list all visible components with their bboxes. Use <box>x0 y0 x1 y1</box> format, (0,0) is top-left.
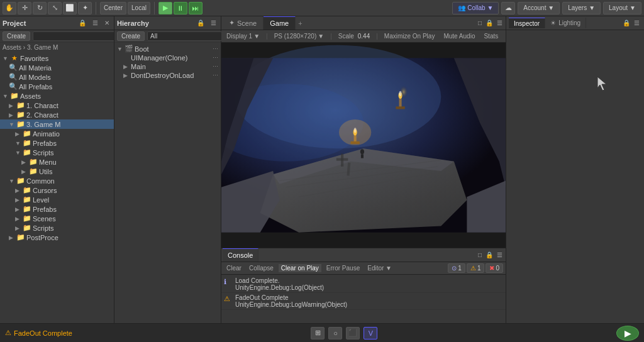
assets-section[interactable]: ▼ 📁 Assets <box>0 91 114 101</box>
layers-btn[interactable]: Layers ▼ <box>562 2 601 14</box>
uimanager-options-icon[interactable]: ⋯ <box>213 55 218 61</box>
console-editor-btn[interactable]: Editor ▼ <box>365 264 394 272</box>
status-play-btn[interactable]: ▶ <box>616 326 639 341</box>
windows-btn[interactable]: ⊞ <box>311 327 325 339</box>
asset-common[interactable]: ▼ 📁 Common <box>0 176 114 185</box>
resolution-selector[interactable]: PS (1280×720) ▼ <box>272 30 326 42</box>
project-panel-lock-btn[interactable]: 🔒 <box>77 19 88 27</box>
display-selector[interactable]: Display 1 ▼ <box>224 30 262 42</box>
hierarchy-create-btn[interactable]: Create <box>117 31 145 41</box>
console-info-count[interactable]: ⊙ 1 <box>448 263 465 273</box>
favorite-all-prefabs[interactable]: 🔍 All Prefabs <box>0 82 114 91</box>
scale-tool-btn[interactable]: ⤡ <box>48 2 62 14</box>
console-tab[interactable]: Console <box>223 248 258 262</box>
local-label: Local <box>131 4 147 11</box>
hierarchy-item-uimanager[interactable]: UIManager(Clone) ⋯ <box>114 53 221 62</box>
hierarchy-menu-btn[interactable]: ☰ <box>209 19 218 27</box>
asset-cursors[interactable]: ▶ 📁 Cursors <box>0 185 114 195</box>
center-btn[interactable]: Center <box>100 2 126 14</box>
vs-icon[interactable]: V <box>364 327 377 339</box>
account-btn[interactable]: Account ▼ <box>518 2 560 14</box>
tab-add-btn[interactable]: + <box>296 19 304 27</box>
game-tab[interactable]: Game <box>264 16 296 30</box>
local-btn[interactable]: Local <box>128 2 150 14</box>
hierarchy-item-dontdestroy[interactable]: ▶ DontDestroyOnLoad ⋯ <box>114 71 221 80</box>
asset-3-game-m[interactable]: ▼ 📁 3. Game M <box>0 119 114 129</box>
console-warn-count[interactable]: ⚠ 1 <box>467 263 485 273</box>
cloud-btn[interactable]: ☁ <box>501 2 515 14</box>
console-collapse-btn[interactable]: Collapse <box>247 264 276 272</box>
inspector-tab[interactable]: Inspector <box>509 18 545 28</box>
scripts-arrow: ▼ <box>15 150 21 156</box>
main-options-icon[interactable]: ⋯ <box>213 63 218 70</box>
asset-postprocess[interactable]: ▶ 📁 PostProce <box>0 233 114 242</box>
scene-lock-btn[interactable]: 🔒 <box>484 19 495 27</box>
scene-maximize-btn[interactable]: □ <box>476 19 484 27</box>
mute-audio-btn[interactable]: Mute Audio <box>441 30 477 42</box>
lighting-tab[interactable]: ☀ Lighting <box>545 18 586 28</box>
boot-options-icon[interactable]: ⋯ <box>213 46 218 52</box>
postprocess-folder-icon: 📁 <box>16 233 25 241</box>
asset-scenes[interactable]: ▶ 📁 Scenes <box>0 214 114 223</box>
collab-icon: 👥 <box>458 4 465 11</box>
project-panel-close-btn[interactable]: ✕ <box>103 19 111 27</box>
project-panel-menu-btn[interactable]: ☰ <box>91 19 100 27</box>
console-lock-btn[interactable]: 🔒 <box>484 251 495 259</box>
asset-prefabs2[interactable]: ▶ 📁 Prefabs <box>0 204 114 214</box>
hierarchy-lock-btn[interactable]: 🔒 <box>195 19 206 27</box>
rotate-tool-btn[interactable]: ↻ <box>33 2 47 14</box>
search-taskbar-btn[interactable]: ○ <box>328 327 342 339</box>
boot-label: Boot <box>135 45 149 53</box>
animation-label: Animatio <box>33 130 60 138</box>
asset-utils[interactable]: ▶ 📁 Utils <box>0 167 114 176</box>
maximize-on-play-btn[interactable]: Maximize On Play <box>382 30 438 42</box>
step-btn[interactable]: ⏭ <box>189 2 203 14</box>
console-error-pause-btn[interactable]: Error Pause <box>324 264 362 272</box>
common-label: Common <box>26 177 55 185</box>
asset-animation[interactable]: ▶ 📁 Animatio <box>0 129 114 138</box>
inspector-lock-btn[interactable]: 🔒 <box>621 19 632 27</box>
console-clear-on-play-btn[interactable]: Clear on Play <box>279 264 321 272</box>
hierarchy-item-main[interactable]: ▶ Main ⋯ <box>114 62 221 71</box>
console-entry-warn-icon: ⚠ <box>224 295 233 303</box>
hand-tool-btn[interactable]: ✋ <box>3 2 16 14</box>
project-search-input[interactable] <box>33 31 114 41</box>
dontdestroy-options-icon[interactable]: ⋯ <box>213 72 218 79</box>
move-tool-btn[interactable]: ✛ <box>18 2 31 14</box>
favorite-all-materials[interactable]: 🔍 All Materia <box>0 63 114 72</box>
inspector-menu-btn[interactable]: ☰ <box>632 19 641 27</box>
stats-label: Stats <box>484 33 498 40</box>
favorite-all-models[interactable]: 🔍 All Models <box>0 72 114 82</box>
asset-scripts[interactable]: ▼ 📁 Scripts <box>0 148 114 157</box>
hierarchy-item-boot[interactable]: ▼ 🎬 Boot ⋯ <box>114 44 221 53</box>
asset-level[interactable]: ▶ 📁 Level <box>0 195 114 204</box>
favorites-section[interactable]: ▼ ★ Favorites <box>0 53 114 63</box>
asset-menu[interactable]: ▶ 📁 Menu <box>0 157 114 167</box>
project-create-btn[interactable]: Create <box>3 31 30 41</box>
layout-btn[interactable]: Layout ▼ <box>603 2 641 14</box>
boot-arrow: ▼ <box>117 46 123 52</box>
console-entry-load[interactable]: ℹ Load Complete. UnityEngine.Debug:Log(O… <box>221 276 506 293</box>
play-btn[interactable]: ▶ <box>158 2 172 14</box>
console-entry-fadeout[interactable]: ⚠ FadeOut Complete UnityEngine.Debug:Log… <box>221 293 506 310</box>
stats-btn[interactable]: Stats <box>481 30 501 42</box>
scene-menu-btn[interactable]: ☰ <box>495 19 504 27</box>
asset-1-charact[interactable]: ▶ 📁 1. Charact <box>0 101 114 110</box>
console-menu-btn[interactable]: ☰ <box>495 251 504 259</box>
favorites-label: Favorites <box>20 55 48 62</box>
multi-tool-btn[interactable]: ✦ <box>78 2 92 14</box>
scale-control[interactable]: Scale 0.44 <box>336 30 372 42</box>
project-panel-title: Project <box>3 19 74 27</box>
console-maximize-btn[interactable]: □ <box>476 251 484 259</box>
collab-btn[interactable]: 👥 Collab ▼ <box>452 2 499 14</box>
console-clear-btn[interactable]: Clear <box>224 264 244 272</box>
asset-scripts2[interactable]: ▶ 📁 Scripts <box>0 223 114 233</box>
rect-tool-btn[interactable]: ⬜ <box>63 2 77 14</box>
taskview-btn[interactable]: ⬛ <box>346 327 360 339</box>
hierarchy-search-input[interactable] <box>147 31 233 41</box>
asset-prefabs[interactable]: ▼ 📁 Prefabs <box>0 138 114 148</box>
asset-2-charact[interactable]: ▶ 📁 2. Charact <box>0 110 114 119</box>
console-error-count[interactable]: ✖ 0 <box>486 263 503 273</box>
scene-tab[interactable]: ✦ Scene <box>223 16 264 30</box>
pause-btn[interactable]: ⏸ <box>174 2 187 14</box>
